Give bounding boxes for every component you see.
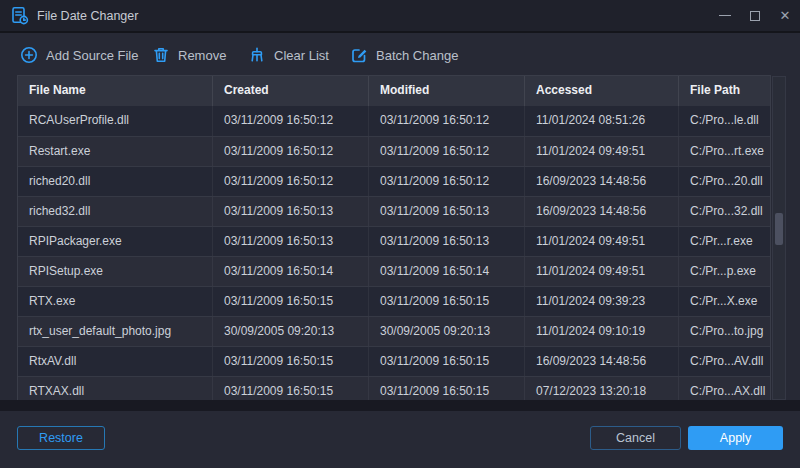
cell-accessed: 11/01/2024 09:10:19 (525, 317, 679, 346)
table-row[interactable]: riched32.dll03/11/2009 16:50:1303/11/200… (18, 196, 770, 226)
cell-file-name: RtxAV.dll (18, 347, 213, 376)
restore-button[interactable]: Restore (17, 426, 105, 450)
trash-icon (152, 46, 170, 64)
table-row[interactable]: RTX.exe03/11/2009 16:50:1503/11/2009 16:… (18, 286, 770, 316)
batch-change-label: Batch Change (376, 48, 458, 63)
toolbar: Add Source File Remove Clear List (0, 35, 800, 75)
edit-icon (350, 46, 368, 64)
minimize-button[interactable] (710, 0, 740, 31)
cell-file-path: C:/Pro...rt.exe (679, 137, 770, 166)
cell-file-path: C:/Pr...X.exe (679, 287, 770, 316)
cell-file-name: RPISetup.exe (18, 257, 213, 286)
cell-created: 03/11/2009 16:50:12 (213, 137, 369, 166)
cell-file-path: C:/Pro...32.dll (679, 197, 770, 226)
cell-file-path: C:/Pro...le.dll (679, 106, 770, 136)
table-row[interactable]: RPIPackager.exe03/11/2009 16:50:1303/11/… (18, 226, 770, 256)
column-header-file-path[interactable]: File Path (679, 76, 770, 106)
cell-accessed: 11/01/2024 09:49:51 (525, 227, 679, 256)
cell-accessed: 16/09/2023 14:48:56 (525, 197, 679, 226)
cell-modified: 03/11/2009 16:50:15 (369, 287, 525, 316)
column-header-modified[interactable]: Modified (369, 76, 525, 106)
cell-file-path: C:/Pr...p.exe (679, 257, 770, 286)
clear-list-label: Clear List (274, 48, 329, 63)
cell-file-name: RPIPackager.exe (18, 227, 213, 256)
cell-file-name: RTX.exe (18, 287, 213, 316)
table-row[interactable]: rtx_user_default_photo.jpg30/09/2005 09:… (18, 316, 770, 346)
file-date-changer-window: File Date Changer ✕ Add Source File Remo… (0, 0, 800, 468)
close-button[interactable]: ✕ (770, 0, 800, 31)
table-row[interactable]: RTXAX.dll03/11/2009 16:50:1503/11/2009 1… (18, 376, 770, 400)
cell-file-name: RCAUserProfile.dll (18, 106, 213, 136)
cell-file-name: riched32.dll (18, 197, 213, 226)
window-controls: ✕ (710, 0, 800, 31)
cell-file-name: RTXAX.dll (18, 377, 213, 400)
cell-file-name: rtx_user_default_photo.jpg (18, 317, 213, 346)
cell-accessed: 11/01/2024 09:49:51 (525, 257, 679, 286)
cell-modified: 03/11/2009 16:50:12 (369, 167, 525, 196)
column-header-created[interactable]: Created (213, 76, 369, 106)
broom-icon (248, 46, 266, 64)
cell-accessed: 07/12/2023 13:20:18 (525, 377, 679, 400)
file-table: File Name Created Modified Accessed File… (17, 75, 771, 400)
app-icon (10, 6, 30, 26)
cell-created: 03/11/2009 16:50:15 (213, 377, 369, 400)
maximize-icon (750, 11, 760, 21)
cell-file-path: C:/Pro...to.jpg (679, 317, 770, 346)
clear-list-button[interactable]: Clear List (248, 35, 329, 75)
cell-created: 03/11/2009 16:50:15 (213, 287, 369, 316)
remove-button[interactable]: Remove (152, 35, 226, 75)
maximize-button[interactable] (740, 0, 770, 31)
table-scrollbar[interactable] (772, 76, 786, 400)
cell-accessed: 16/09/2023 14:48:56 (525, 167, 679, 196)
apply-button[interactable]: Apply (688, 426, 783, 450)
remove-label: Remove (178, 48, 226, 63)
cancel-button[interactable]: Cancel (590, 426, 681, 450)
cell-modified: 03/11/2009 16:50:12 (369, 106, 525, 136)
scrollbar-thumb[interactable] (775, 213, 783, 245)
table-header: File Name Created Modified Accessed File… (18, 76, 770, 106)
table-row[interactable]: RtxAV.dll03/11/2009 16:50:1503/11/2009 1… (18, 346, 770, 376)
cell-modified: 03/11/2009 16:50:13 (369, 197, 525, 226)
table-row[interactable]: RCAUserProfile.dll03/11/2009 16:50:1203/… (18, 106, 770, 136)
table-row[interactable]: riched20.dll03/11/2009 16:50:1203/11/200… (18, 166, 770, 196)
add-source-file-label: Add Source File (46, 48, 139, 63)
cell-modified: 03/11/2009 16:50:14 (369, 257, 525, 286)
cell-file-path: C:/Pro...AX.dll (679, 377, 770, 400)
footer-bar: Restore Cancel Apply (0, 411, 800, 468)
cell-created: 03/11/2009 16:50:13 (213, 227, 369, 256)
cell-created: 30/09/2005 09:20:13 (213, 317, 369, 346)
cell-modified: 03/11/2009 16:50:15 (369, 347, 525, 376)
cell-accessed: 11/01/2024 09:39:23 (525, 287, 679, 316)
table-body: RCAUserProfile.dll03/11/2009 16:50:1203/… (18, 106, 770, 400)
cell-created: 03/11/2009 16:50:14 (213, 257, 369, 286)
close-icon: ✕ (780, 8, 791, 23)
cell-created: 03/11/2009 16:50:12 (213, 167, 369, 196)
cell-created: 03/11/2009 16:50:15 (213, 347, 369, 376)
cell-created: 03/11/2009 16:50:12 (213, 106, 369, 136)
cell-modified: 03/11/2009 16:50:12 (369, 137, 525, 166)
cell-accessed: 16/09/2023 14:48:56 (525, 347, 679, 376)
batch-change-button[interactable]: Batch Change (350, 35, 458, 75)
cell-accessed: 11/01/2024 08:51:26 (525, 106, 679, 136)
cell-modified: 03/11/2009 16:50:15 (369, 377, 525, 400)
table-row[interactable]: Restart.exe03/11/2009 16:50:1203/11/2009… (18, 136, 770, 166)
cell-file-path: C:/Pr...r.exe (679, 227, 770, 256)
cell-file-name: riched20.dll (18, 167, 213, 196)
window-title: File Date Changer (37, 9, 138, 23)
add-circle-icon (20, 46, 38, 64)
cell-file-name: Restart.exe (18, 137, 213, 166)
cell-accessed: 11/01/2024 09:49:51 (525, 137, 679, 166)
cell-file-path: C:/Pro...AV.dll (679, 347, 770, 376)
column-header-accessed[interactable]: Accessed (525, 76, 679, 106)
minimize-icon (719, 15, 731, 16)
footer-separator (0, 400, 800, 411)
cell-created: 03/11/2009 16:50:13 (213, 197, 369, 226)
add-source-file-button[interactable]: Add Source File (20, 35, 139, 75)
cell-modified: 30/09/2005 09:20:13 (369, 317, 525, 346)
table-row[interactable]: RPISetup.exe03/11/2009 16:50:1403/11/200… (18, 256, 770, 286)
cell-modified: 03/11/2009 16:50:13 (369, 227, 525, 256)
cell-file-path: C:/Pro...20.dll (679, 167, 770, 196)
column-header-file-name[interactable]: File Name (18, 76, 213, 106)
titlebar: File Date Changer ✕ (0, 0, 800, 33)
